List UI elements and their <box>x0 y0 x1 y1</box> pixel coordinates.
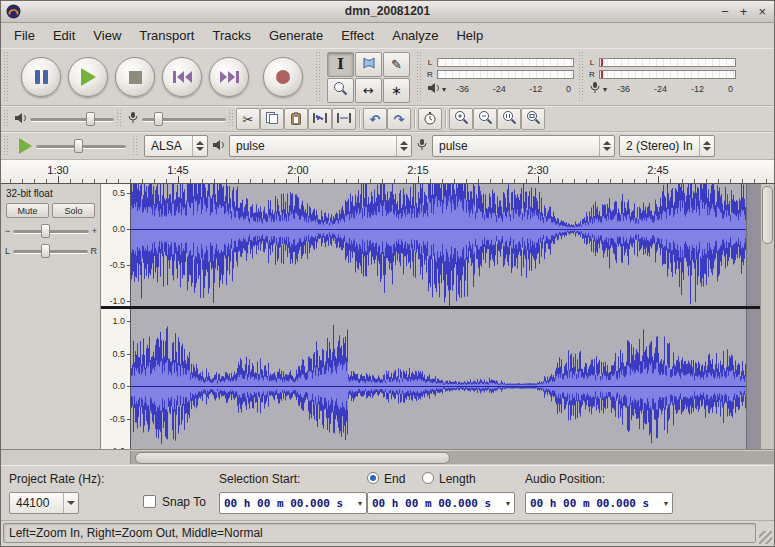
waveform-canvas[interactable] <box>131 184 746 449</box>
snap-to-checkbox[interactable] <box>143 495 156 508</box>
timeline[interactable]: 1:301:452:002:152:302:45 <box>1 160 774 184</box>
audio-host-select[interactable]: ALSA <box>144 135 208 157</box>
meter-dropdown-icon[interactable]: ▾ <box>442 85 446 94</box>
playback-meter-left-bar[interactable] <box>437 58 574 67</box>
silence-button[interactable] <box>332 108 356 130</box>
redo-button[interactable]: ↷ <box>387 108 411 130</box>
dropdown-icon[interactable]: ▾ <box>664 499 668 508</box>
copy-button[interactable] <box>260 108 284 130</box>
maximize-button[interactable]: + <box>740 3 748 20</box>
spinner-icons[interactable] <box>192 136 207 156</box>
transcription-toolbar-grip[interactable] <box>2 136 10 156</box>
input-volume-thumb[interactable] <box>154 112 163 126</box>
menu-item-view[interactable]: View <box>84 25 130 46</box>
selection-end-field[interactable]: 00 h 00 m 00.000 s ▾ <box>367 492 515 514</box>
input-slider-grip[interactable] <box>115 110 123 128</box>
zoom-tool-button[interactable] <box>327 78 354 103</box>
output-volume-thumb[interactable] <box>86 112 95 126</box>
dropdown-icon[interactable] <box>63 493 78 513</box>
titlebar[interactable]: dmn_20081201 − + × <box>1 1 774 23</box>
resize-grip[interactable] <box>759 531 772 544</box>
vertical-ruler[interactable]: 0.50.0-0.5-1.01.00.50.0-0.5-1.0 <box>101 184 131 449</box>
skip-to-end-button[interactable] <box>209 57 249 97</box>
menu-item-effect[interactable]: Effect <box>332 25 383 46</box>
menu-item-help[interactable]: Help <box>447 25 492 46</box>
gain-thumb[interactable] <box>41 224 50 238</box>
play-button[interactable] <box>68 57 108 97</box>
close-button[interactable]: × <box>758 3 766 20</box>
menu-item-file[interactable]: File <box>5 25 44 46</box>
pan-thumb[interactable] <box>41 244 50 258</box>
edit-toolbar-grip[interactable] <box>227 110 235 128</box>
spinner-icons[interactable] <box>396 136 411 156</box>
vertical-scrollbar[interactable] <box>760 184 774 449</box>
playback-meter[interactable]: L R ▾ -36-24-120 <box>424 55 576 99</box>
project-rate-select[interactable]: 44100 <box>9 492 79 514</box>
mute-button[interactable]: Mute <box>6 203 49 218</box>
fit-selection-button[interactable] <box>497 108 521 130</box>
trim-button[interactable] <box>308 108 332 130</box>
pause-button[interactable] <box>21 57 61 97</box>
multi-tool-button[interactable]: ∗ <box>383 78 410 103</box>
mixer-toolbar-grip[interactable] <box>2 110 10 128</box>
transport-toolbar-grip[interactable] <box>2 52 10 102</box>
gain-slider[interactable] <box>13 223 88 239</box>
undo-button[interactable]: ↶ <box>363 108 387 130</box>
menu-item-generate[interactable]: Generate <box>260 25 332 46</box>
record-button[interactable] <box>263 57 303 97</box>
stop-button[interactable] <box>115 57 155 97</box>
playback-meter-grip[interactable] <box>415 52 423 102</box>
draw-tool-button[interactable]: ✎ <box>383 52 410 77</box>
stop-icon <box>129 71 142 84</box>
spinner-icons[interactable] <box>599 136 614 156</box>
dropdown-icon[interactable]: ▾ <box>506 499 510 508</box>
pan-left-label: L <box>5 246 10 256</box>
input-volume-slider[interactable] <box>142 111 226 127</box>
cut-button[interactable]: ✂ <box>236 108 260 130</box>
input-device-select[interactable]: pulse <box>432 135 615 157</box>
zoom-out-button[interactable] <box>473 108 497 130</box>
timeline-tick <box>178 176 179 183</box>
recording-meter-right-bar[interactable] <box>599 70 736 79</box>
fit-project-button[interactable] <box>521 108 545 130</box>
zoom-in-button[interactable] <box>449 108 473 130</box>
menu-item-transport[interactable]: Transport <box>130 25 203 46</box>
recording-meter[interactable]: L R ▾ -36-24-120 <box>586 55 738 99</box>
play-speed-slider[interactable] <box>36 138 126 154</box>
recording-meter-left-bar[interactable] <box>599 58 736 67</box>
dropdown-icon[interactable]: ▾ <box>358 499 362 508</box>
audio-position-value: 00 h 00 m 00.000 s <box>530 497 649 510</box>
vertical-scrollbar-thumb[interactable] <box>762 186 773 244</box>
device-toolbar-grip[interactable] <box>131 136 139 156</box>
menu-item-tracks[interactable]: Tracks <box>203 25 260 46</box>
recording-meter-grip[interactable] <box>577 52 585 102</box>
minimize-button[interactable]: − <box>721 3 729 20</box>
tools-toolbar-grip[interactable] <box>314 52 322 102</box>
input-channels-select[interactable]: 2 (Stereo) In <box>619 135 715 157</box>
skip-to-start-button[interactable] <box>162 57 202 97</box>
envelope-tool-button[interactable] <box>355 52 382 77</box>
menu-item-analyze[interactable]: Analyze <box>383 25 447 46</box>
selection-start-field[interactable]: 00 h 00 m 00.000 s ▾ <box>219 492 367 514</box>
track-control-panel[interactable]: 32-bit float Mute Solo − + L R <box>1 184 101 449</box>
output-volume-slider[interactable] <box>30 111 114 127</box>
spinner-icons[interactable] <box>699 136 714 156</box>
horizontal-scrollbar[interactable] <box>130 451 774 464</box>
audio-position-field[interactable]: 00 h 00 m 00.000 s ▾ <box>525 492 673 514</box>
menu-item-edit[interactable]: Edit <box>44 25 84 46</box>
solo-button[interactable]: Solo <box>52 203 95 218</box>
meter-dropdown-icon[interactable]: ▾ <box>603 85 607 94</box>
pan-slider[interactable] <box>13 243 87 259</box>
timeshift-tool-button[interactable]: ↔ <box>355 78 382 103</box>
play-speed-thumb[interactable] <box>74 139 83 153</box>
output-device-select[interactable]: pulse <box>229 135 412 157</box>
end-radio[interactable] <box>367 472 379 484</box>
paste-button[interactable] <box>284 108 308 130</box>
selection-tool-button[interactable]: I <box>327 52 354 77</box>
horizontal-scrollbar-thumb[interactable] <box>135 452 450 464</box>
play-at-speed-icon[interactable] <box>19 138 32 154</box>
timer-button[interactable] <box>418 108 442 130</box>
length-radio[interactable] <box>422 472 434 484</box>
playback-meter-right-bar[interactable] <box>437 70 574 79</box>
toolbar-separator <box>445 110 446 128</box>
